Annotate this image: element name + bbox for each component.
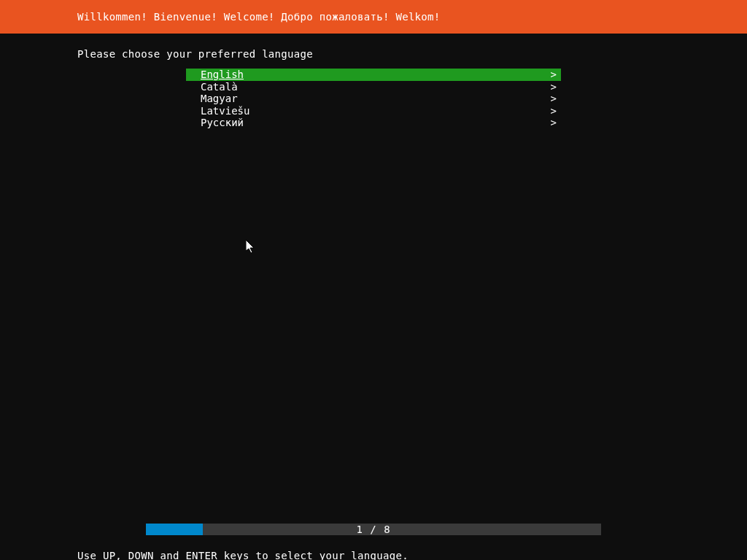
language-item-english[interactable]: English > xyxy=(186,69,561,81)
language-prompt: Please choose your preferred language xyxy=(77,48,313,60)
chevron-right-icon: > xyxy=(551,105,557,117)
header-title: Willkommen! Bienvenue! Welcome! Добро по… xyxy=(77,11,441,23)
cursor-icon xyxy=(246,240,256,254)
language-item-magyar[interactable]: Magyar > xyxy=(186,93,561,105)
chevron-right-icon: > xyxy=(551,93,557,105)
footer-hint: Use UP, DOWN and ENTER keys to select yo… xyxy=(77,550,409,560)
language-item-catala[interactable]: Català > xyxy=(186,81,561,93)
progress-row: 1 / 8 xyxy=(0,524,747,535)
language-label: Русский xyxy=(201,117,244,129)
language-item-latviesu[interactable]: Latviešu > xyxy=(186,105,561,117)
language-label: Magyar xyxy=(201,93,238,105)
header-bar: Willkommen! Bienvenue! Welcome! Добро по… xyxy=(0,0,747,34)
progress-label: 1 / 8 xyxy=(0,524,747,535)
language-label: Latviešu xyxy=(201,105,249,117)
installer-screen: Willkommen! Bienvenue! Welcome! Добро по… xyxy=(0,0,747,560)
chevron-right-icon: > xyxy=(551,117,557,129)
language-list[interactable]: English > Català > Magyar > Latviešu > Р… xyxy=(186,69,561,129)
language-label: English xyxy=(201,69,244,81)
language-label: Català xyxy=(201,81,238,93)
language-item-russkii[interactable]: Русский > xyxy=(186,117,561,129)
chevron-right-icon: > xyxy=(551,69,557,81)
chevron-right-icon: > xyxy=(551,81,557,93)
